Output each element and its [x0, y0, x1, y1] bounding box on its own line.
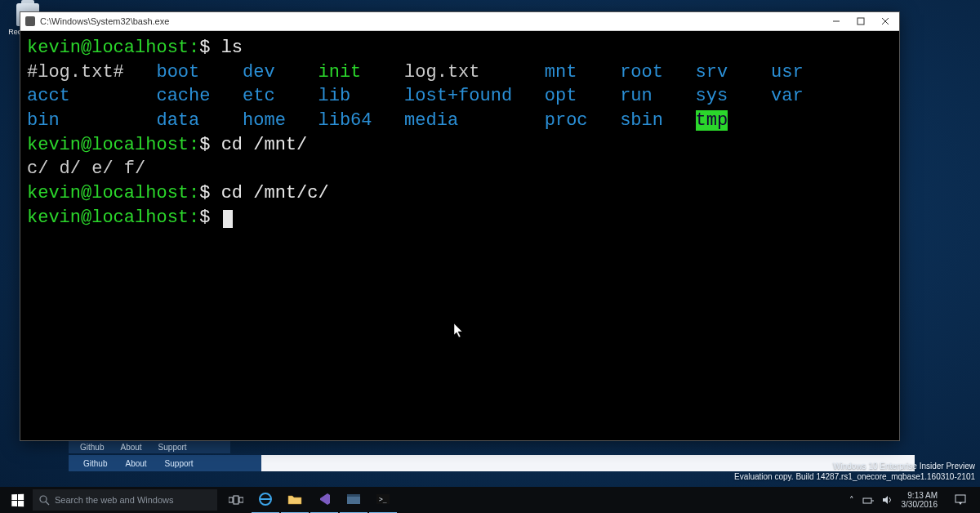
windows-logo-icon — [11, 493, 24, 506]
start-button[interactable] — [3, 487, 31, 513]
taskbar-search[interactable]: Search the web and Windows — [33, 489, 217, 511]
maximize-button[interactable] — [849, 13, 873, 29]
svg-point-5 — [40, 496, 47, 502]
svg-rect-9 — [239, 497, 243, 502]
edge-icon — [258, 492, 273, 506]
watermark-line2: Evaluation copy. Build 14287.rs1_onecore… — [734, 471, 975, 482]
app-icon — [25, 16, 35, 26]
taskbar-explorer[interactable] — [281, 486, 309, 513]
titlebar[interactable]: C:\Windows\System32\bash.exe — [20, 12, 899, 31]
tray-overflow[interactable]: ˄ — [849, 495, 854, 506]
taskbar: Search the web and Windows >_ ˄ — [0, 487, 980, 513]
maximize-icon — [857, 17, 865, 25]
svg-rect-7 — [229, 497, 233, 502]
svg-marker-11 — [320, 493, 330, 505]
taskbar-edge[interactable] — [252, 486, 279, 513]
visual-studio-icon — [318, 493, 331, 506]
action-center-button[interactable] — [949, 487, 972, 513]
bg-tab-support[interactable]: Support — [158, 443, 187, 452]
taskbar-apps: >_ — [222, 486, 397, 513]
watermark-line1: Windows 10 Enterprise Insider Preview — [734, 461, 975, 471]
svg-rect-8 — [234, 496, 238, 504]
task-view-icon — [229, 495, 243, 505]
taskbar-vs[interactable] — [310, 486, 338, 513]
close-icon — [881, 17, 889, 25]
network-icon[interactable] — [862, 495, 874, 505]
terminal-window[interactable]: C:\Windows\System32\bash.exe kevin@local… — [20, 11, 900, 441]
terminal-icon: >_ — [376, 494, 390, 504]
bg2-tab-about[interactable]: About — [125, 459, 146, 468]
clock-date: 3/30/2016 — [902, 500, 938, 509]
window-title: C:\Windows\System32\bash.exe — [40, 16, 169, 26]
taskbar-app1[interactable] — [340, 486, 368, 513]
minimize-icon — [832, 17, 840, 25]
bg-tab-github[interactable]: Github — [80, 443, 104, 452]
bg2-tab-github[interactable]: Github — [83, 459, 107, 468]
svg-rect-16 — [863, 498, 871, 503]
bg2-tab-support[interactable]: Support — [165, 459, 194, 468]
svg-rect-13 — [347, 494, 360, 497]
desktop: Recycle Bin Github About Support Github … — [0, 0, 980, 513]
svg-marker-18 — [883, 496, 888, 504]
svg-rect-1 — [858, 18, 864, 25]
bg-tab-about[interactable]: About — [120, 443, 141, 452]
notification-icon — [955, 494, 966, 506]
minimize-button[interactable] — [824, 13, 849, 29]
volume-icon[interactable] — [882, 495, 893, 505]
window-icon — [347, 494, 360, 504]
search-placeholder: Search the web and Windows — [55, 495, 174, 505]
folder-icon — [287, 493, 302, 505]
background-window-tabs-1: Github About Support — [69, 440, 230, 453]
task-view-button[interactable] — [222, 487, 250, 513]
svg-text:>_: >_ — [379, 496, 387, 503]
taskbar-terminal[interactable]: >_ — [369, 486, 397, 513]
terminal-body[interactable]: kevin@localhost:$ ls #log.txt# boot dev … — [20, 31, 899, 235]
svg-marker-20 — [959, 502, 962, 505]
system-tray: ˄ 9:13 AM 3/30/2016 — [844, 487, 978, 513]
search-icon — [39, 495, 50, 506]
windows-watermark: Windows 10 Enterprise Insider Preview Ev… — [734, 461, 975, 482]
svg-rect-19 — [956, 495, 965, 502]
clock-time: 9:13 AM — [902, 491, 938, 500]
window-controls — [824, 13, 898, 29]
taskbar-clock[interactable]: 9:13 AM 3/30/2016 — [902, 491, 942, 509]
close-button[interactable] — [873, 13, 898, 29]
svg-line-6 — [46, 502, 49, 505]
